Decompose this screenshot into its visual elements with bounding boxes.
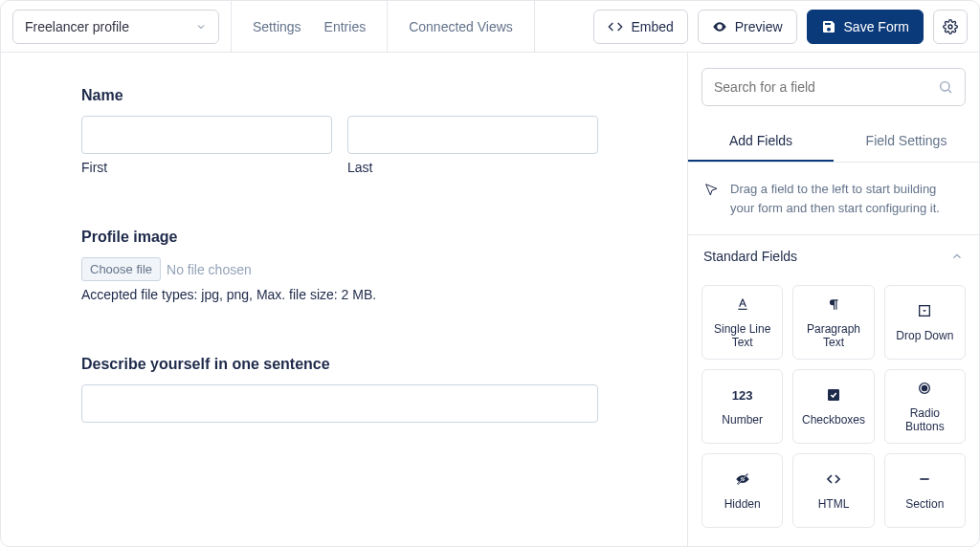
field-tile-checkboxes[interactable]: Checkboxes [792, 369, 874, 444]
field-tile-radio-buttons[interactable]: Radio Buttons [884, 369, 966, 444]
search-input[interactable] [714, 79, 938, 95]
tab-add-fields[interactable]: Add Fields [688, 121, 834, 162]
code-icon [608, 19, 623, 34]
field-tile-paragraph-text[interactable]: Paragraph Text [792, 285, 874, 360]
first-name-input[interactable] [81, 116, 332, 154]
tile-label: Number [722, 413, 763, 427]
field-profile-image: Profile image Choose file No file chosen… [81, 229, 664, 302]
field-search[interactable] [702, 68, 966, 106]
number-icon: 123 [732, 386, 753, 404]
chevron-down-icon [195, 21, 207, 33]
tile-label: Paragraph Text [797, 322, 869, 349]
nav-settings[interactable]: Settings [253, 19, 301, 34]
tile-label: Radio Buttons [889, 406, 961, 433]
field-tile-section[interactable]: Section [884, 453, 966, 528]
topbar: Freelancer profile Settings Entries Conn… [1, 1, 979, 53]
choose-file-button[interactable]: Choose file [81, 257, 161, 281]
dropdown-icon [917, 302, 932, 319]
form-canvas: Name First Last Profile image Choose fil… [1, 53, 687, 547]
embed-button[interactable]: Embed [593, 10, 687, 44]
eye-icon [712, 19, 727, 34]
sidebar-tabs: Add Fields Field Settings [688, 121, 979, 163]
text-icon [735, 295, 750, 313]
body: Name First Last Profile image Choose fil… [1, 53, 979, 547]
field-tile-number[interactable]: 123 Number [702, 369, 783, 444]
form-name: Freelancer profile [25, 19, 129, 34]
gear-icon [943, 19, 958, 34]
divider [534, 1, 535, 53]
first-sublabel: First [81, 160, 332, 175]
svg-point-1 [948, 25, 952, 29]
settings-gear-button[interactable] [933, 10, 968, 44]
field-tile-html[interactable]: HTML [792, 453, 874, 528]
field-name: Name First Last [81, 87, 664, 175]
svg-point-2 [941, 82, 949, 91]
cursor-icon [703, 182, 719, 217]
radio-icon [917, 380, 932, 397]
nav-links-2: Connected Views [388, 19, 534, 34]
field-grid: Single Line Text Paragraph Text Drop Dow… [688, 277, 979, 541]
describe-input[interactable] [81, 384, 598, 423]
tile-label: Single Line Text [706, 322, 778, 349]
hidden-icon [734, 470, 751, 488]
tile-label: HTML [818, 497, 850, 511]
nav-connected-views[interactable]: Connected Views [409, 19, 513, 34]
last-sublabel: Last [347, 160, 598, 175]
embed-label: Embed [631, 19, 673, 34]
chevron-up-icon [950, 250, 964, 263]
paragraph-icon [827, 295, 840, 313]
hint: Drag a field to the left to start buildi… [688, 163, 979, 235]
file-help-text: Accepted file types: jpg, png, Max. file… [81, 287, 664, 302]
preview-button[interactable]: Preview [698, 10, 797, 44]
describe-label: Describe yourself in one sentence [81, 356, 664, 373]
preview-label: Preview [735, 19, 783, 34]
hint-text: Drag a field to the left to start buildi… [730, 180, 964, 217]
save-button[interactable]: Save Form [807, 10, 924, 44]
file-status: No file chosen [167, 262, 252, 277]
checkbox-icon [826, 386, 841, 404]
nav-entries[interactable]: Entries [324, 19, 367, 34]
save-label: Save Form [844, 19, 909, 34]
field-tile-single-line-text[interactable]: Single Line Text [702, 285, 783, 360]
tile-label: Section [905, 497, 944, 511]
name-label: Name [81, 87, 664, 104]
tile-label: Hidden [724, 497, 761, 511]
svg-point-0 [718, 25, 721, 28]
field-tile-hidden[interactable]: Hidden [702, 453, 783, 528]
nav-links: Settings Entries [232, 19, 387, 34]
svg-point-8 [923, 385, 927, 390]
section-title: Standard Fields [703, 249, 797, 264]
svg-line-3 [948, 90, 951, 93]
tab-field-settings[interactable]: Field Settings [834, 121, 979, 162]
section-standard-fields[interactable]: Standard Fields [688, 235, 979, 277]
sidebar: Add Fields Field Settings Drag a field t… [687, 53, 979, 547]
tile-label: Drop Down [896, 329, 953, 342]
tile-label: Checkboxes [802, 413, 865, 427]
field-describe: Describe yourself in one sentence [81, 356, 664, 423]
search-icon [938, 79, 953, 95]
last-name-input[interactable] [347, 116, 598, 154]
section-icon [917, 470, 932, 488]
form-selector-dropdown[interactable]: Freelancer profile [12, 10, 219, 44]
code-icon [825, 470, 842, 488]
field-tile-dropdown[interactable]: Drop Down [884, 285, 966, 360]
profile-image-label: Profile image [81, 229, 664, 246]
save-icon [821, 19, 836, 34]
